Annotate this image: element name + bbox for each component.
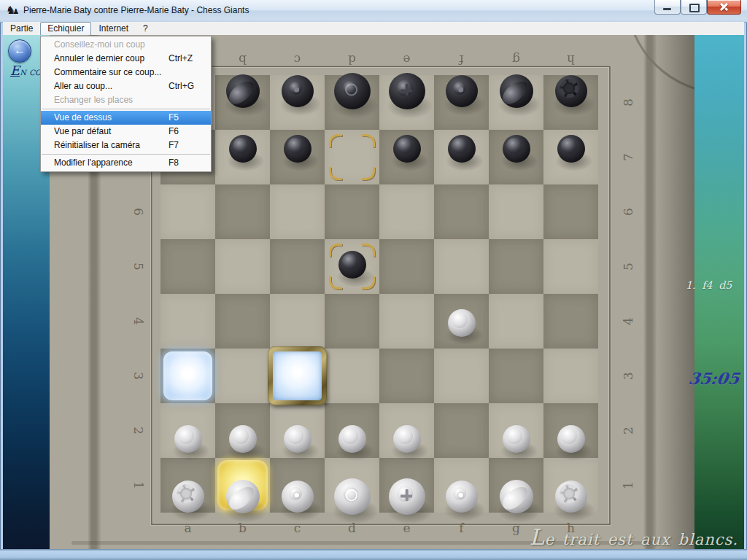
- rank-label-left-5: 5: [112, 257, 166, 277]
- menu-item-aller-au-coup[interactable]: Aller au coup...Ctrl+G: [41, 79, 211, 93]
- piece-white-pawn-c2[interactable]: [277, 415, 318, 463]
- square-b5[interactable]: [215, 239, 270, 294]
- legal-move-highlight-a3[interactable]: [163, 351, 212, 400]
- piece-white-rook-h1[interactable]: [549, 470, 594, 523]
- close-button[interactable]: [707, 0, 741, 15]
- file-label-top-h: h: [543, 50, 598, 69]
- piece-black-king-e8[interactable]: [382, 63, 432, 120]
- piece-white-pawn-h2[interactable]: [551, 415, 592, 463]
- minimize-icon: [663, 8, 671, 10]
- piece-white-rook-a1[interactable]: [166, 470, 211, 523]
- piece-white-bishop-f1[interactable]: [439, 470, 484, 523]
- square-f6[interactable]: [434, 184, 489, 239]
- square-h3[interactable]: [543, 349, 598, 403]
- square-e5[interactable]: [379, 239, 434, 294]
- piece-head: [506, 428, 522, 444]
- menu-item-commentaire-sur-ce-coup[interactable]: Commentaire sur ce coup...: [41, 66, 211, 79]
- piece-black-pawn-c7[interactable]: [277, 125, 318, 173]
- square-g4[interactable]: [489, 294, 543, 349]
- piece-white-pawn-f4[interactable]: [441, 299, 482, 347]
- piece-white-knight-g1[interactable]: [493, 470, 540, 524]
- minimize-button[interactable]: [654, 0, 681, 15]
- menu-item-label: Modifier l'apparence: [54, 158, 133, 168]
- piece-black-bishop-c8[interactable]: [275, 65, 320, 117]
- piece-white-knight-b1[interactable]: [220, 470, 266, 524]
- piece-head: [452, 312, 468, 328]
- menubar-item-echiquier[interactable]: Echiquier: [40, 22, 91, 36]
- menu-item-vue-par-d-faut[interactable]: Vue par défautF6: [41, 125, 211, 139]
- square-d4[interactable]: [325, 294, 379, 349]
- queen-coronet: [345, 83, 357, 96]
- hover-square-frame-c3[interactable]: [268, 346, 327, 405]
- piece-white-pawn-e2[interactable]: [387, 415, 427, 463]
- app-icon: ♞♟: [6, 4, 20, 17]
- piece-black-pawn-b7[interactable]: [222, 125, 263, 173]
- piece-white-queen-d1[interactable]: [328, 468, 377, 525]
- square-e3[interactable]: [379, 349, 434, 403]
- piece-black-queen-d8[interactable]: [328, 63, 377, 120]
- rank-label-left-6: 6: [112, 202, 166, 222]
- square-b3[interactable]: [215, 349, 270, 403]
- menubar-item-?[interactable]: ?: [136, 22, 155, 36]
- menu-item-annuler-le-dernier-coup[interactable]: Annuler le dernier coupCtrl+Z: [41, 52, 211, 66]
- piece-black-bishop-f8[interactable]: [439, 65, 484, 117]
- menu-item-r-initialiser-la-cam-ra[interactable]: Réinitialiser la caméraF7: [41, 139, 211, 152]
- file-label-top-d: d: [325, 50, 379, 69]
- file-label-bottom-d: d: [325, 518, 379, 537]
- piece-black-pawn-f7[interactable]: [441, 125, 482, 173]
- piece-black-pawn-h7[interactable]: [551, 125, 592, 173]
- piece-black-knight-g8[interactable]: [493, 64, 540, 118]
- rank-label-left-2: 2: [112, 421, 166, 441]
- piece-white-king-e1[interactable]: [382, 468, 432, 525]
- piece-white-pawn-b2[interactable]: [222, 415, 263, 463]
- piece-black-rook-h8[interactable]: [549, 65, 594, 117]
- marker-corner-br: [362, 167, 375, 180]
- menubar-item-partie[interactable]: Partie: [3, 22, 40, 36]
- piece-black-pawn-e7[interactable]: [387, 125, 427, 173]
- menu-item-modifier-l-apparence[interactable]: Modifier l'apparenceF8: [41, 156, 211, 170]
- piece-white-pawn-a2[interactable]: [168, 415, 209, 463]
- menu-item-shortcut: F8: [169, 156, 179, 170]
- menubar-item-internet[interactable]: Internet: [91, 22, 136, 36]
- square-f3[interactable]: [434, 349, 489, 403]
- square-f2[interactable]: [434, 403, 489, 458]
- square-g6[interactable]: [489, 184, 543, 239]
- square-b6[interactable]: [215, 184, 270, 239]
- square-g5[interactable]: [489, 239, 543, 294]
- menu-item-label: Echanger les places: [54, 95, 133, 105]
- square-c6[interactable]: [270, 184, 325, 239]
- square-a4[interactable]: [160, 294, 215, 349]
- square-g3[interactable]: [489, 349, 543, 403]
- square-d6[interactable]: [325, 184, 379, 239]
- piece-black-pawn-g7[interactable]: [496, 125, 537, 173]
- bishop-tip: [294, 493, 299, 498]
- maximize-button[interactable]: [681, 0, 707, 15]
- rank-label-right-6: 6: [600, 202, 655, 222]
- square-a5[interactable]: [160, 239, 215, 294]
- piece-head: [506, 138, 522, 154]
- square-h4[interactable]: [543, 294, 598, 349]
- square-h5[interactable]: [543, 239, 598, 294]
- piece-black-knight-b8[interactable]: [220, 64, 266, 118]
- square-d3[interactable]: [325, 349, 379, 403]
- menu-item-conseillez-moi-un-coup: Conseillez-moi un coup: [41, 38, 211, 52]
- piece-white-pawn-g2[interactable]: [496, 415, 537, 463]
- piece-white-pawn-d2[interactable]: [332, 415, 373, 463]
- piece-white-bishop-c1[interactable]: [275, 470, 320, 523]
- square-c5[interactable]: [270, 239, 325, 294]
- square-f5[interactable]: [434, 239, 489, 294]
- square-e6[interactable]: [379, 184, 434, 239]
- piece-head: [177, 484, 196, 503]
- move-list: 1. f4 d5: [686, 279, 747, 291]
- back-arrow-icon[interactable]: ←: [8, 39, 31, 63]
- game-clock: 35:05: [687, 369, 740, 388]
- queen-coronet: [345, 489, 357, 502]
- menu-separator: [42, 109, 210, 109]
- square-a6[interactable]: [160, 184, 215, 239]
- square-e4[interactable]: [379, 294, 434, 349]
- square-h6[interactable]: [543, 184, 598, 239]
- square-b4[interactable]: [215, 294, 270, 349]
- piece-black-pawn-d5[interactable]: [332, 241, 373, 289]
- square-c4[interactable]: [270, 294, 325, 349]
- menu-item-vue-de-dessus[interactable]: Vue de dessusF5: [41, 111, 211, 125]
